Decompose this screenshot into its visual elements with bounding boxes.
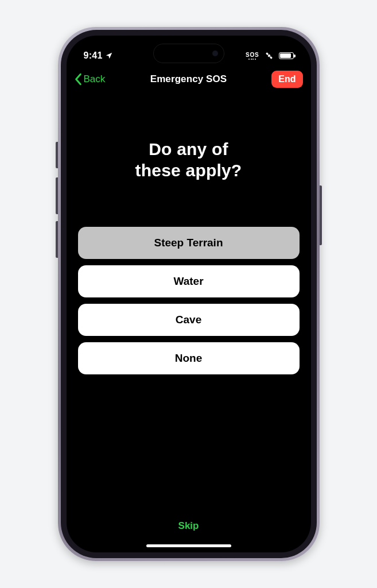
bezel: 9:41 SOS	[61, 30, 317, 558]
satellite-icon	[264, 51, 274, 61]
screen: 9:41 SOS	[67, 36, 311, 552]
option-cave[interactable]: Cave	[78, 304, 300, 336]
nav-title: Emergency SOS	[150, 74, 227, 85]
location-arrow-icon	[105, 52, 113, 60]
content-area: Do any of these apply? Steep Terrain Wat…	[67, 92, 311, 552]
end-button[interactable]: End	[271, 71, 302, 88]
nav-bar: Back Emergency SOS End	[67, 67, 311, 92]
battery-icon	[279, 52, 294, 59]
option-list: Steep Terrain Water Cave None	[78, 227, 300, 374]
option-none[interactable]: None	[78, 342, 300, 374]
back-button[interactable]: Back	[75, 73, 106, 86]
status-time: 9:41	[84, 51, 103, 61]
question-heading: Do any of these apply?	[78, 139, 300, 181]
dynamic-island	[153, 44, 224, 63]
home-indicator[interactable]	[146, 544, 231, 547]
option-steep-terrain[interactable]: Steep Terrain	[78, 227, 300, 259]
sos-indicator: SOS	[246, 52, 259, 60]
skip-button[interactable]: Skip	[78, 520, 300, 532]
option-water[interactable]: Water	[78, 265, 300, 297]
iphone-device-frame: 9:41 SOS	[58, 27, 320, 561]
back-label: Back	[84, 74, 106, 85]
chevron-left-icon	[75, 73, 83, 86]
